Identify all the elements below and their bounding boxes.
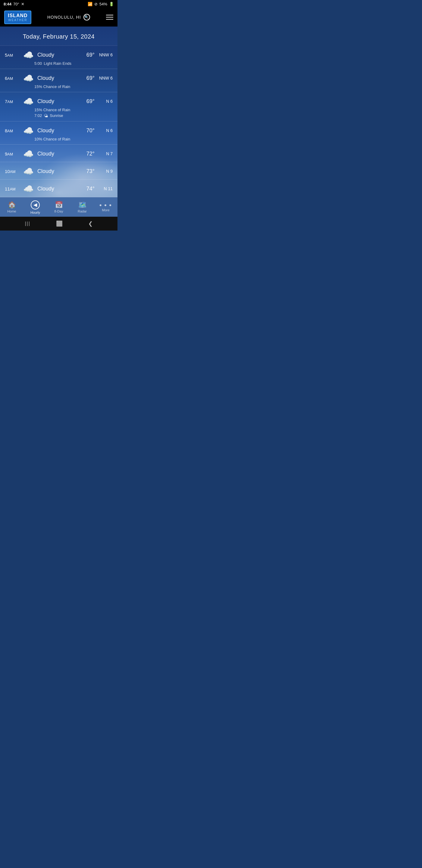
location-display: HONOLULU, HI 🔍 [47,14,90,21]
hour-detail: 10% Chance of Rain [5,137,112,141]
hour-temp: 73° [79,168,95,175]
home-button[interactable]: ⬜ [56,220,63,227]
hour-main-row: 10AM ☁️ Cloudy 73° N 9 [5,166,112,176]
hour-detail: 15% Chance of Rain [5,84,112,89]
nav-hourly[interactable]: ◀ Hourly [26,200,44,214]
hour-time: 9AM [5,151,19,156]
hour-wind: NNW 6 [98,76,112,81]
hour-condition: Cloudy [37,186,76,192]
list-item: 5AM ☁️ Cloudy 69° NNW 6 5:00 Light Rain … [0,46,118,69]
radar-icon: 🗺️ [78,202,87,208]
cloudy-icon: ☁️ [22,50,34,60]
search-button[interactable]: 🔍 [84,14,90,21]
status-bar: 8:44 70° ✕ 📶 ⊘ 54% 🔋 [0,0,118,8]
logo-line2: WEATHER [8,19,28,22]
status-right: 📶 ⊘ 54% 🔋 [88,2,114,6]
hour-time: 5AM [5,53,19,58]
nav-8day[interactable]: 📅 8-Day [50,202,68,213]
logo-line1: ISLAND [8,13,28,19]
hour-wind: N 6 [98,99,112,104]
hour-main-row: 11AM ☁️ Cloudy 74° N 11 [5,184,112,194]
radar-label: Radar [78,210,87,213]
date-text: Today, February 15, 2024 [23,33,95,40]
sunrise-time: 7:02 [34,113,42,118]
hour-temp: 69° [79,52,95,58]
hour-main-row: 9AM ☁️ Cloudy 72° N 7 [5,149,112,159]
hour-main-row: 8AM ☁️ Cloudy 70° N 6 [5,126,112,135]
list-item: 7AM ☁️ Cloudy 69° N 6 15% Chance of Rain… [0,92,118,121]
hour-condition: Cloudy [37,75,76,82]
hour-wind: N 6 [98,128,112,133]
hourly-circle: ◀ [31,200,40,210]
sunrise-icon: 🌤 [44,113,48,118]
hour-time: 7AM [5,99,19,104]
hourly-label: Hourly [30,211,40,214]
list-item: 9AM ☁️ Cloudy 72° N 7 [0,145,118,162]
nav-home[interactable]: 🏠 Home [3,202,21,213]
more-label: More [102,208,109,212]
calendar-icon: 📅 [55,202,63,208]
status-left: 8:44 70° ✕ [4,2,24,6]
hour-main-row: 5AM ☁️ Cloudy 69° NNW 6 [5,50,112,60]
app-header: ISLAND WEATHER HONOLULU, HI 🔍 [0,8,118,27]
list-item: 8AM ☁️ Cloudy 70° N 6 10% Chance of Rain [0,121,118,145]
hour-condition: Cloudy [37,168,76,175]
hour-main-row: 6AM ☁️ Cloudy 69° NNW 6 [5,73,112,83]
battery-percent: 54% [99,2,107,6]
hour-detail: 5:00 Light Rain Ends [5,61,112,66]
event-time: 5:00 [34,61,42,66]
hour-temp: 74° [79,186,95,192]
hour-main-row: 7AM ☁️ Cloudy 69° N 6 [5,96,112,106]
rain-chance: 15% Chance of Rain [34,107,70,112]
rain-chance: 15% Chance of Rain [34,84,70,89]
wifi-icon: 📶 [88,2,93,6]
battery-icon: 🔋 [109,2,114,6]
hour-temp: 69° [79,75,95,82]
hour-condition: Cloudy [37,151,76,157]
cloudy-icon: ☁️ [22,73,34,83]
sunrise-label: Sunrise [50,113,63,118]
rain-chance: 10% Chance of Rain [34,137,70,141]
hour-wind: NNW 6 [98,53,112,57]
android-navigation: ||| ⬜ ❮ [0,217,118,230]
location-text: HONOLULU, HI [47,15,81,20]
home-icon: 🏠 [8,202,16,208]
menu-button[interactable] [106,15,113,20]
hour-condition: Cloudy [37,52,76,58]
date-banner: Today, February 15, 2024 [0,27,118,46]
hourly-icon: ◀ [33,202,37,208]
hour-temp: 70° [79,127,95,134]
cloudy-icon: ☁️ [22,166,34,176]
menu-line1 [106,15,113,16]
cloudy-icon: ☁️ [22,96,34,106]
recents-button[interactable]: ||| [25,221,30,226]
cloudy-icon: ☁️ [22,149,34,159]
cloudy-icon: ☁️ [22,184,34,194]
status-temp: 70° [13,2,19,6]
hour-time: 6AM [5,76,19,81]
hour-temp: 69° [79,98,95,104]
cloudy-icon: ☁️ [22,126,34,135]
hour-time: 8AM [5,128,19,133]
status-time: 8:44 [4,2,11,6]
hour-time: 11AM [5,186,19,191]
app-logo[interactable]: ISLAND WEATHER [4,10,31,24]
back-button[interactable]: ❮ [88,220,93,227]
close-icon: ✕ [21,2,24,6]
hour-condition: Cloudy [37,127,76,134]
more-icon: ● ● ● [99,203,112,207]
nav-more[interactable]: ● ● ● More [97,203,115,212]
hour-time: 10AM [5,169,19,174]
hour-detail: 15% Chance of Rain [5,107,112,112]
menu-line3 [106,19,113,20]
list-item: 10AM ☁️ Cloudy 73° N 9 [0,162,118,180]
hour-wind: N 9 [98,169,112,174]
hour-temp: 72° [79,151,95,157]
hour-condition: Cloudy [37,98,76,104]
search-icon: 🔍 [84,15,89,19]
event-description: Light Rain Ends [44,61,71,66]
sunrise-detail: 7:02 🌤 Sunrise [5,113,112,118]
hour-wind: N 7 [98,151,112,156]
nav-radar[interactable]: 🗺️ Radar [73,202,91,213]
hourly-weather-list: 5AM ☁️ Cloudy 69° NNW 6 5:00 Light Rain … [0,46,118,197]
